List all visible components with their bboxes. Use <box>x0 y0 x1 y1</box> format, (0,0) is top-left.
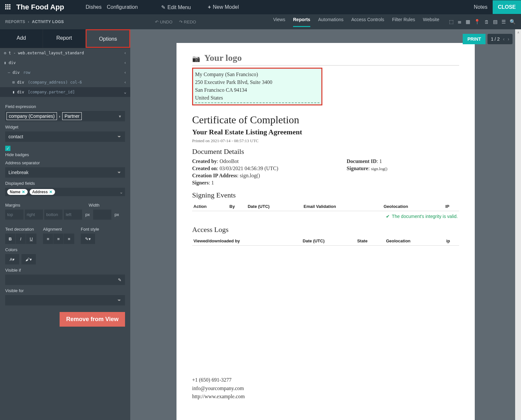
tab-website[interactable]: Website <box>423 17 439 27</box>
calendar-icon[interactable]: 🗓 <box>484 19 489 25</box>
tab-report[interactable]: Report <box>43 29 86 48</box>
scrollbar[interactable]: ∧ <box>515 29 521 420</box>
logo-placeholder: Your logo <box>204 53 242 63</box>
footer-phone: +1 (650) 691-3277 <box>192 376 459 384</box>
footer-email: info@yourcompany.com <box>192 384 459 393</box>
font-style-dropdown[interactable]: ✎▾ <box>81 234 95 244</box>
prev-page-button[interactable]: ‹ <box>503 36 505 42</box>
edit-menu-button[interactable]: Edit Menu <box>161 4 191 10</box>
breadcrumb-reports[interactable]: REPORTS <box>5 20 25 24</box>
section-signing-events: Signing Events <box>192 191 459 199</box>
company-address-block[interactable]: My Company (San Francisco) 250 Executive… <box>192 68 322 105</box>
breadcrumb: REPORTS › ACTIVITY LOGS <box>5 20 64 24</box>
scroll-up-icon[interactable]: ∧ <box>515 29 521 35</box>
tab-views[interactable]: Views <box>273 17 285 27</box>
visible-for-select[interactable] <box>5 295 125 305</box>
align-left-button[interactable]: ≡ <box>43 234 53 244</box>
edit-icon[interactable]: ✎ <box>114 275 125 285</box>
addr-line: 250 Executive Park Blvd, Suite 3400 <box>195 78 319 86</box>
tree-node-div[interactable]: ▮ div ‹ <box>0 58 130 68</box>
tab-reports[interactable]: Reports <box>293 17 310 27</box>
chevron-left-icon: ‹ <box>124 61 126 65</box>
margin-right-input[interactable] <box>25 210 43 220</box>
alignment-label: Alignment <box>43 227 74 232</box>
tab-options[interactable]: Options <box>86 29 130 48</box>
next-page-button[interactable]: › <box>508 36 509 42</box>
print-button[interactable]: PRINT <box>463 34 486 44</box>
hide-badges-checkbox[interactable]: ✓ <box>5 146 10 151</box>
kanban-view-icon[interactable]: ▦ <box>466 19 470 25</box>
camera-icon <box>192 53 200 63</box>
sidebar-tabs: Add Report Options <box>0 29 130 48</box>
menu-configuration[interactable]: Configuration <box>107 4 138 10</box>
width-label: Width <box>89 203 99 208</box>
fe-company[interactable]: company (Companies) <box>7 112 57 120</box>
visible-if-label: Visible if <box>5 268 125 273</box>
search-icon[interactable]: 🔍 <box>510 19 516 25</box>
menu-dishes[interactable]: Dishes <box>86 4 102 10</box>
hide-badges-label: Hide badges <box>5 152 125 157</box>
chevron-left-icon: ‹ <box>124 70 126 75</box>
text-decoration-label: Text decoration <box>5 227 36 232</box>
remove-tag-icon[interactable]: ✕ <box>22 190 25 194</box>
fe-partner[interactable]: Partner <box>62 112 82 120</box>
chevron-down-icon[interactable]: ⌄ <box>120 190 123 195</box>
map-pin-icon[interactable]: 📍 <box>474 19 480 25</box>
visible-for-label: Visible for <box>5 288 125 293</box>
tab-add[interactable]: Add <box>0 29 43 48</box>
remove-from-view-button[interactable]: Remove from View <box>60 312 125 327</box>
check-icon <box>386 214 392 219</box>
underline-button[interactable]: U <box>26 234 36 244</box>
close-button[interactable]: CLOSE <box>493 0 521 14</box>
printed-on: Printed on 2021-07-14 - 08:57:13 UTC <box>192 138 459 143</box>
margin-left-input[interactable] <box>64 210 82 220</box>
cert-title: Certificate of Completion <box>192 114 459 126</box>
redo-button[interactable]: ↷REDO <box>179 20 196 24</box>
tree-node-row[interactable]: — div row ‹ <box>0 68 130 77</box>
tab-access-controls[interactable]: Access Controls <box>351 17 384 27</box>
align-right-button[interactable]: ≡ <box>64 234 74 244</box>
rows-icon[interactable]: ☰ <box>501 19 506 25</box>
card-view-icon[interactable]: ⬚ <box>449 19 454 25</box>
field-expression-input[interactable]: company (Companies) › Partner ▾ <box>5 111 125 121</box>
displayed-fields-input[interactable]: Name✕ Address✕ ⌄ <box>5 188 125 196</box>
tree-node-root[interactable]: ⚙ t - web.external_layout_standard ‹ <box>0 48 130 58</box>
chevron-down-icon: ⌄ <box>124 90 126 94</box>
new-model-button[interactable]: New Model <box>208 4 239 10</box>
tag-name[interactable]: Name✕ <box>7 189 28 195</box>
width-input[interactable] <box>93 210 111 220</box>
widget-label: Widget <box>5 125 125 129</box>
undo-button[interactable]: ↶UNDO <box>155 20 172 24</box>
notes-button[interactable]: Notes <box>474 4 487 10</box>
apps-icon[interactable] <box>5 4 11 10</box>
section-access-logs: Access Logs <box>192 225 459 234</box>
margin-bottom-input[interactable] <box>44 210 63 220</box>
remove-tag-icon[interactable]: ✕ <box>49 190 52 194</box>
visible-if-input[interactable] <box>5 275 114 285</box>
chevron-left-icon: ‹ <box>124 80 126 85</box>
address-separator-select[interactable]: Linebreak <box>5 167 125 178</box>
tag-address[interactable]: Address✕ <box>30 189 55 195</box>
chevron-right-icon: › <box>57 114 62 119</box>
chevron-left-icon: ‹ <box>124 51 126 55</box>
caret-down-icon[interactable]: ▾ <box>119 114 124 119</box>
bg-color-dropdown[interactable]: 🖌▾ <box>21 254 36 264</box>
tab-filter-rules[interactable]: Filter Rules <box>392 17 415 27</box>
margins-label: Margins <box>5 203 20 208</box>
tree-node-company-address[interactable]: ⊞ div (company_address) col-6 ‹ <box>0 77 130 87</box>
displayed-fields-label: Displayed fields <box>5 181 125 186</box>
addr-line: My Company (San Francisco) <box>195 71 319 78</box>
margin-top-input[interactable] <box>5 210 23 220</box>
text-color-dropdown[interactable]: A▾ <box>5 254 20 264</box>
align-center-button[interactable]: ≡ <box>53 234 64 244</box>
tree-node-partner-id[interactable]: ▮ div [company.partner_id] ⌄ <box>0 87 130 97</box>
grid-icon[interactable]: ▤ <box>493 19 498 25</box>
widget-select[interactable]: contact <box>5 131 125 142</box>
folder-icon: ▮ <box>12 90 15 94</box>
bold-button[interactable]: B <box>5 234 16 244</box>
italic-button[interactable]: I <box>16 234 26 244</box>
list-view-icon[interactable]: ≣ <box>458 19 462 25</box>
pager: 1 / 2 ‹ › <box>487 34 513 44</box>
tab-automations[interactable]: Automations <box>318 17 344 27</box>
font-style-label: Font style <box>81 227 99 232</box>
